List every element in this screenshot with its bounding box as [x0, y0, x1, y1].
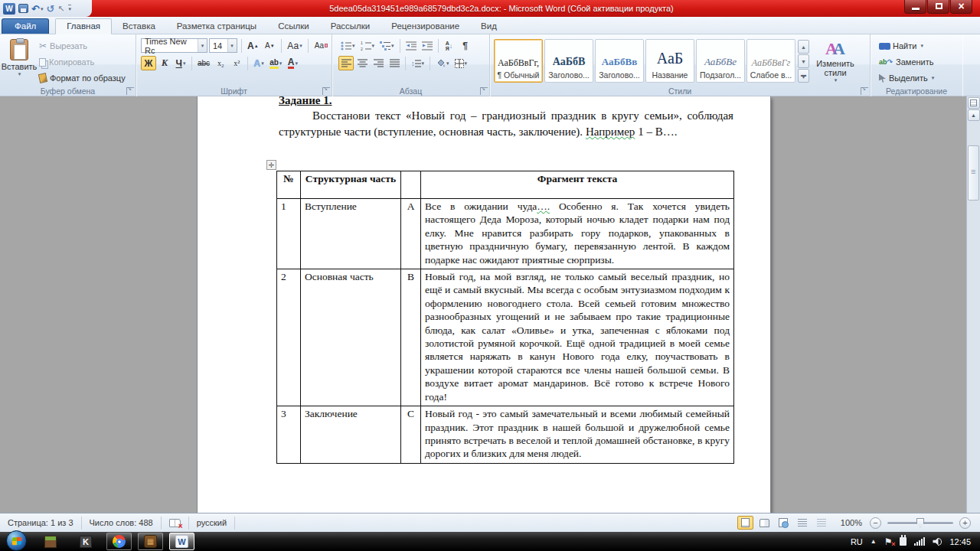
- scrollbar-thumb[interactable]: [968, 145, 979, 201]
- chevron-down-icon[interactable]: ▾: [198, 39, 207, 52]
- numbering-button[interactable]: 12: [358, 38, 377, 53]
- undo-icon[interactable]: ↶: [31, 4, 43, 14]
- change-case-button[interactable]: Аа: [286, 38, 303, 53]
- tab-view[interactable]: Вид: [470, 19, 508, 34]
- clipboard-dialog-launcher[interactable]: [126, 87, 134, 95]
- tab-file[interactable]: Файл: [2, 18, 49, 34]
- view-outline-button[interactable]: [795, 516, 811, 530]
- word-count[interactable]: Число слов: 488: [82, 517, 162, 530]
- zoom-slider-thumb[interactable]: [916, 518, 924, 528]
- shading-button[interactable]: [433, 56, 452, 70]
- taskbar-item-chrome[interactable]: [106, 533, 132, 550]
- align-left-button[interactable]: [338, 56, 354, 70]
- line-spacing-button[interactable]: ↕: [409, 56, 426, 70]
- document-page[interactable]: Задание 1. Восстанови текст «Новый год –…: [198, 96, 770, 513]
- bold-button[interactable]: Ж: [141, 56, 156, 70]
- cut-button[interactable]: ✂ Вырезать: [37, 39, 128, 53]
- taskbar-item-app[interactable]: ▦: [138, 533, 163, 550]
- paragraph-dialog-launcher[interactable]: [480, 87, 488, 95]
- scroll-up-icon[interactable]: ▲: [968, 109, 980, 121]
- zoom-in-button[interactable]: +: [959, 517, 971, 529]
- taskbar-item-cs[interactable]: K: [77, 533, 94, 550]
- decrease-indent-button[interactable]: [403, 38, 419, 53]
- styles-dialog-launcher[interactable]: [861, 87, 868, 95]
- close-button[interactable]: [950, 0, 972, 14]
- copy-button[interactable]: Копировать: [37, 55, 128, 69]
- tab-review[interactable]: Рецензирование: [381, 19, 470, 34]
- replace-button[interactable]: ab↷ Заменить: [877, 55, 961, 69]
- cursor-icon[interactable]: ↖: [57, 5, 64, 13]
- style-normal[interactable]: АаБбВвГг, ¶ Обычный: [494, 39, 543, 83]
- clear-formatting-button[interactable]: Аа: [312, 38, 330, 53]
- restore-button[interactable]: [927, 0, 949, 14]
- format-painter-button[interactable]: Формат по образцу: [37, 71, 128, 85]
- customize-qat-icon[interactable]: [68, 5, 72, 13]
- tab-page-layout[interactable]: Разметка страницы: [166, 19, 267, 34]
- styles-gallery-expand-icon[interactable]: ▬▼: [798, 69, 809, 83]
- find-button[interactable]: Найти: [877, 39, 961, 53]
- start-button[interactable]: [6, 530, 27, 551]
- ruler-toggle-button[interactable]: [968, 97, 980, 109]
- page-indicator[interactable]: Страница: 1 из 3: [0, 517, 82, 530]
- shrink-font-button[interactable]: А▼: [262, 38, 277, 53]
- multilevel-list-button[interactable]: [377, 38, 397, 53]
- grow-font-button[interactable]: А▲: [245, 38, 260, 53]
- minimize-button[interactable]: [904, 0, 926, 14]
- zoom-level[interactable]: 100%: [841, 518, 862, 527]
- style-title[interactable]: АаБ Название: [645, 39, 694, 83]
- table-move-handle-icon[interactable]: ✛: [266, 160, 276, 170]
- view-draft-button[interactable]: [814, 516, 830, 530]
- align-right-button[interactable]: [371, 56, 386, 70]
- superscript-button[interactable]: x²: [229, 56, 244, 70]
- font-dialog-launcher[interactable]: [322, 87, 330, 95]
- view-web-layout-button[interactable]: [776, 516, 792, 530]
- proofing-status[interactable]: [162, 517, 189, 530]
- font-size-combo[interactable]: 14 ▾: [209, 38, 237, 53]
- style-heading1[interactable]: АаБбВ Заголово...: [544, 39, 593, 83]
- bullets-button[interactable]: [338, 38, 358, 53]
- borders-button[interactable]: [452, 56, 470, 70]
- tray-clock[interactable]: 12:45: [949, 537, 971, 546]
- highlight-color-button[interactable]: ab: [267, 56, 284, 70]
- align-center-button[interactable]: [354, 56, 370, 70]
- italic-button[interactable]: K: [157, 56, 172, 70]
- word-app-icon[interactable]: W: [3, 3, 15, 15]
- taskbar-item-word[interactable]: W: [169, 533, 194, 550]
- justify-button[interactable]: [387, 56, 402, 70]
- styles-scroll-down-icon[interactable]: ▼: [798, 54, 809, 68]
- redo-icon[interactable]: ↺: [46, 4, 54, 14]
- network-signal-icon[interactable]: [914, 537, 925, 546]
- font-name-combo[interactable]: Times New Rc ▾: [141, 38, 207, 53]
- language-switcher[interactable]: RU: [851, 537, 863, 546]
- chevron-down-icon[interactable]: ▾: [227, 39, 237, 52]
- tab-insert[interactable]: Вставка: [112, 19, 166, 34]
- style-heading2[interactable]: АаБбВв Заголово...: [595, 39, 644, 83]
- save-icon[interactable]: [18, 4, 28, 13]
- action-center-flag-icon[interactable]: ⚑: [884, 537, 893, 546]
- power-plug-icon[interactable]: [900, 537, 906, 546]
- styles-scroll-up-icon[interactable]: ▲: [798, 40, 809, 54]
- paste-button[interactable]: Вставить: [2, 36, 37, 84]
- select-button[interactable]: Выделить: [877, 71, 961, 85]
- style-subtitle[interactable]: АаБбВе Подзагол...: [696, 39, 745, 83]
- tab-mailings[interactable]: Рассылки: [320, 19, 381, 34]
- tab-references[interactable]: Ссылки: [267, 19, 320, 34]
- style-subtle-emphasis[interactable]: АаБбВвГг Слабое в...: [746, 39, 795, 83]
- sort-button[interactable]: АЯ ↓: [442, 38, 457, 53]
- strikethrough-button[interactable]: abc: [195, 56, 212, 70]
- volume-icon[interactable]: [933, 538, 942, 546]
- taskbar-item-minecraft[interactable]: [42, 533, 59, 550]
- view-print-layout-button[interactable]: [737, 516, 753, 530]
- language-indicator[interactable]: русский: [189, 517, 235, 530]
- tray-expand-icon[interactable]: ▲: [871, 538, 877, 545]
- zoom-slider[interactable]: [887, 522, 953, 524]
- subscript-button[interactable]: x₂: [213, 56, 228, 70]
- change-styles-button[interactable]: АА Изменить стили: [813, 36, 858, 84]
- show-marks-button[interactable]: ¶: [458, 38, 473, 53]
- increase-indent-button[interactable]: [420, 38, 435, 53]
- vertical-scrollbar[interactable]: ▲: [966, 96, 980, 513]
- view-fullscreen-reading-button[interactable]: [756, 516, 773, 530]
- font-color-button[interactable]: А: [285, 56, 300, 70]
- zoom-out-button[interactable]: −: [870, 517, 881, 529]
- tab-home[interactable]: Главная: [55, 18, 112, 34]
